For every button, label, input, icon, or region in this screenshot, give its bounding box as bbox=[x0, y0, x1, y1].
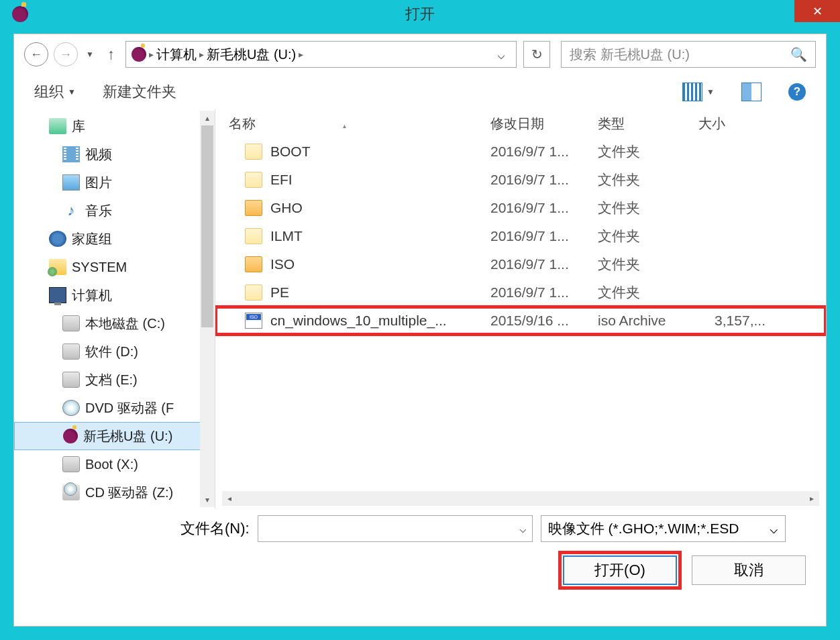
chevron-right-icon[interactable]: ▸ bbox=[149, 49, 154, 60]
tree-computer[interactable]: 计算机 bbox=[14, 281, 215, 309]
tree-dvd-f[interactable]: DVD 驱动器 (F bbox=[14, 394, 215, 422]
help-button[interactable]: ? bbox=[788, 83, 806, 101]
navigation-tree: 库 视频 图片 ♪音乐 家庭组 SYSTEM 计算机 本地磁盘 (C:) 软件 … bbox=[14, 109, 215, 509]
back-button[interactable]: ← bbox=[24, 42, 48, 66]
column-date[interactable]: 修改日期 bbox=[490, 115, 598, 133]
folder-icon bbox=[245, 200, 262, 216]
tree-drive-e[interactable]: 文档 (E:) bbox=[14, 366, 215, 394]
folder-icon bbox=[245, 284, 262, 301]
chevron-down-icon: ▼ bbox=[706, 87, 715, 97]
file-row[interactable]: ISO2016/9/7 1...文件夹 bbox=[215, 250, 826, 278]
content-area: 库 视频 图片 ♪音乐 家庭组 SYSTEM 计算机 本地磁盘 (C:) 软件 … bbox=[14, 109, 826, 509]
new-folder-button[interactable]: 新建文件夹 bbox=[103, 82, 176, 102]
scroll-up-icon[interactable]: ▴ bbox=[200, 111, 215, 125]
tree-homegroup[interactable]: 家庭组 bbox=[14, 225, 215, 253]
bottom-panel: 文件名(N): ⌵ 映像文件 (*.GHO;*.WIM;*.ESD ⌵ 打开(O… bbox=[14, 509, 826, 592]
search-placeholder: 搜索 新毛桃U盘 (U:) bbox=[570, 46, 690, 64]
titlebar: 打开 ✕ bbox=[0, 0, 840, 28]
file-type-filter[interactable]: 映像文件 (*.GHO;*.WIM;*.ESD ⌵ bbox=[541, 515, 786, 542]
scroll-right-icon[interactable]: ▸ bbox=[804, 491, 819, 506]
scroll-track[interactable] bbox=[237, 491, 804, 506]
column-headers: 名称▴ 修改日期 类型 大小 bbox=[215, 109, 826, 138]
peach-icon bbox=[63, 429, 78, 443]
tree-video[interactable]: 视频 bbox=[14, 140, 215, 168]
drive-icon bbox=[62, 372, 80, 388]
breadcrumb-seg-computer[interactable]: 计算机 bbox=[156, 46, 197, 64]
folder-icon bbox=[245, 228, 262, 244]
filename-row: 文件名(N): ⌵ 映像文件 (*.GHO;*.WIM;*.ESD ⌵ bbox=[34, 515, 806, 542]
computer-icon bbox=[49, 287, 66, 303]
open-dialog-window: 打开 ✕ ← → ▼ ↑ ▸ 计算机 ▸ 新毛桃U盘 (U:) ▸ ⌵ ↻ 搜索… bbox=[0, 0, 840, 640]
close-button[interactable]: ✕ bbox=[794, 0, 840, 22]
view-mode-button[interactable]: ▼ bbox=[682, 83, 715, 101]
search-icon[interactable]: 🔍 bbox=[790, 46, 807, 62]
tree-drive-d[interactable]: 软件 (D:) bbox=[14, 337, 215, 366]
horizontal-scrollbar[interactable]: ◂ ▸ bbox=[222, 491, 819, 506]
tree-boot-x[interactable]: Boot (X:) bbox=[14, 450, 215, 478]
file-list-area: 名称▴ 修改日期 类型 大小 BOOT2016/9/7 1...文件夹 EFI2… bbox=[215, 109, 826, 509]
file-row[interactable]: ILMT2016/9/7 1...文件夹 bbox=[215, 222, 826, 250]
column-size[interactable]: 大小 bbox=[698, 115, 752, 133]
cancel-button[interactable]: 取消 bbox=[692, 555, 806, 585]
forward-button[interactable]: → bbox=[54, 42, 78, 66]
sort-indicator-icon: ▴ bbox=[343, 122, 346, 129]
drive-icon bbox=[62, 456, 80, 472]
scroll-track[interactable] bbox=[200, 125, 215, 492]
file-row[interactable]: GHO2016/9/7 1...文件夹 bbox=[215, 194, 826, 222]
dvd-icon bbox=[62, 400, 80, 416]
file-row[interactable]: BOOT2016/9/7 1...文件夹 bbox=[215, 138, 826, 166]
breadcrumb-icon bbox=[132, 47, 146, 62]
homegroup-icon bbox=[49, 231, 66, 247]
refresh-button[interactable]: ↻ bbox=[523, 41, 550, 68]
chevron-down-icon: ▼ bbox=[68, 87, 76, 97]
scroll-thumb[interactable] bbox=[201, 125, 213, 327]
file-row-iso[interactable]: cn_windows_10_multiple_...2015/9/16 ...i… bbox=[215, 307, 826, 335]
system-icon bbox=[49, 259, 66, 275]
file-row[interactable]: PE2016/9/7 1...文件夹 bbox=[215, 278, 826, 307]
search-input[interactable]: 搜索 新毛桃U盘 (U:) 🔍 bbox=[561, 41, 816, 68]
open-button[interactable]: 打开(O) bbox=[563, 555, 677, 585]
tree-cd-z[interactable]: CD 驱动器 (Z:) bbox=[14, 478, 215, 506]
preview-pane-button[interactable] bbox=[741, 83, 762, 101]
tree-library[interactable]: 库 bbox=[14, 112, 215, 140]
scroll-left-icon[interactable]: ◂ bbox=[222, 491, 237, 506]
iso-file-icon bbox=[245, 313, 262, 329]
drive-icon bbox=[62, 343, 80, 360]
tree-system[interactable]: SYSTEM bbox=[14, 253, 215, 281]
breadcrumb-seg-drive[interactable]: 新毛桃U盘 (U:) bbox=[207, 46, 296, 64]
column-type[interactable]: 类型 bbox=[598, 115, 698, 133]
column-name[interactable]: 名称▴ bbox=[229, 115, 490, 133]
breadcrumb-dropdown-icon[interactable]: ⌵ bbox=[497, 46, 511, 62]
breadcrumb[interactable]: ▸ 计算机 ▸ 新毛桃U盘 (U:) ▸ ⌵ bbox=[125, 41, 517, 68]
chevron-right-icon[interactable]: ▸ bbox=[199, 49, 204, 60]
chevron-down-icon[interactable]: ⌵ bbox=[519, 521, 527, 536]
filename-input[interactable]: ⌵ bbox=[258, 515, 533, 542]
tree-pictures[interactable]: 图片 bbox=[14, 168, 215, 197]
chevron-down-icon: ⌵ bbox=[770, 521, 778, 537]
toolbar: 组织 ▼ 新建文件夹 ▼ ? bbox=[14, 74, 826, 109]
music-icon: ♪ bbox=[62, 203, 80, 219]
video-icon bbox=[62, 146, 80, 162]
cd-icon bbox=[62, 484, 80, 500]
details-view-icon bbox=[682, 83, 702, 101]
tree-scrollbar[interactable]: ▴ ▾ bbox=[200, 111, 215, 507]
filename-label: 文件名(N): bbox=[180, 519, 250, 539]
scroll-down-icon[interactable]: ▾ bbox=[200, 492, 215, 507]
app-icon bbox=[12, 6, 28, 22]
file-row[interactable]: EFI2016/9/7 1...文件夹 bbox=[215, 166, 826, 194]
history-dropdown-icon[interactable]: ▼ bbox=[83, 50, 97, 59]
tree-drive-c[interactable]: 本地磁盘 (C:) bbox=[14, 309, 215, 337]
folder-icon bbox=[245, 256, 262, 272]
up-button[interactable]: ↑ bbox=[102, 46, 120, 63]
button-row: 打开(O) 取消 bbox=[34, 555, 806, 585]
tree-usb-u[interactable]: 新毛桃U盘 (U:) bbox=[14, 422, 215, 450]
window-title: 打开 bbox=[405, 4, 435, 24]
drive-icon bbox=[62, 315, 80, 331]
organize-button[interactable]: 组织 ▼ bbox=[34, 82, 76, 102]
library-icon bbox=[49, 118, 66, 134]
tree-music[interactable]: ♪音乐 bbox=[14, 197, 215, 225]
dialog-body: ← → ▼ ↑ ▸ 计算机 ▸ 新毛桃U盘 (U:) ▸ ⌵ ↻ 搜索 新毛桃U… bbox=[13, 34, 827, 627]
navigation-row: ← → ▼ ↑ ▸ 计算机 ▸ 新毛桃U盘 (U:) ▸ ⌵ ↻ 搜索 新毛桃U… bbox=[14, 34, 826, 74]
folder-icon bbox=[245, 172, 262, 188]
chevron-right-icon[interactable]: ▸ bbox=[299, 49, 303, 60]
